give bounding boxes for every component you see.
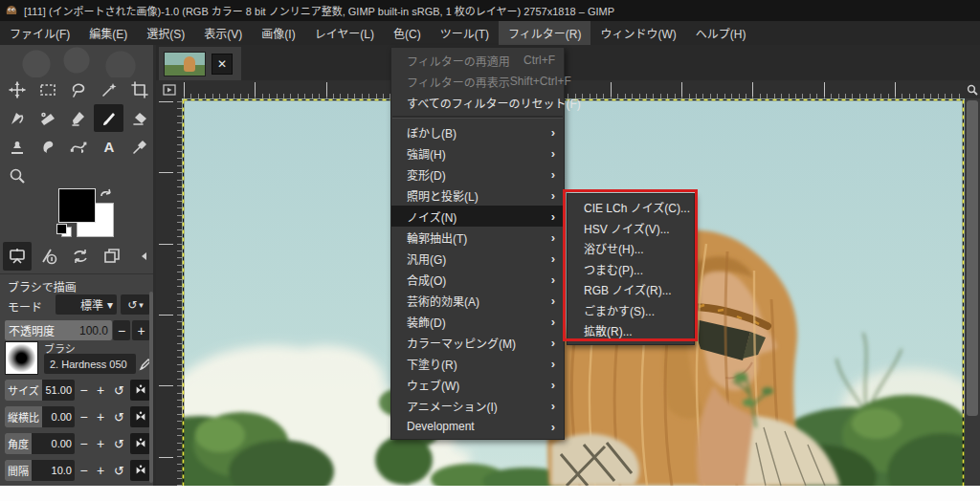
ruler-tick-label	[681, 82, 685, 97]
brush-select[interactable]: 2. Hardness 050	[44, 354, 136, 374]
brush-link-icon[interactable]	[130, 433, 150, 454]
decrement-button[interactable]: −	[77, 406, 91, 427]
tool-smudge[interactable]	[33, 133, 62, 161]
tool-gradient[interactable]	[33, 104, 62, 132]
menu-item[interactable]: 汎用(G) ›	[391, 248, 564, 269]
tool-color-picker[interactable]	[124, 133, 154, 161]
tab-device-status[interactable]	[34, 242, 63, 271]
reset-icon[interactable]: ↺	[111, 433, 127, 454]
menu-item[interactable]: ›	[392, 116, 563, 119]
menubar-item[interactable]: 画像(I)	[252, 21, 304, 45]
swap-colors-icon[interactable]	[99, 187, 114, 201]
spin-scale[interactable]: 間隔 10.0	[5, 460, 75, 481]
tool-paths[interactable]	[63, 133, 93, 161]
submenu-arrow-icon: ›	[551, 420, 555, 434]
increment-button[interactable]: +	[93, 433, 108, 454]
vertical-scrollbar[interactable]	[965, 98, 980, 486]
tab-undo-history[interactable]	[66, 242, 95, 271]
menu-item[interactable]: 装飾(D) ›	[391, 311, 564, 332]
mode-select[interactable]: 標準 ▾	[56, 294, 117, 315]
opacity-slider[interactable]: 不透明度 100.0	[5, 320, 112, 340]
tool-clone[interactable]	[2, 133, 32, 161]
menu-item[interactable]: 合成(O) ›	[391, 269, 564, 290]
menubar-item[interactable]: 色(C)	[384, 21, 431, 45]
reset-icon[interactable]: ↺	[111, 406, 127, 427]
spin-scale[interactable]: 角度 0.00	[5, 433, 75, 454]
opacity-increment-button[interactable]: +	[132, 320, 150, 340]
ruler-corner-button[interactable]	[156, 80, 182, 98]
reset-icon[interactable]: ↺	[111, 460, 127, 481]
close-icon[interactable]: ✕	[212, 54, 233, 75]
image-tab[interactable]: ✕	[159, 47, 241, 80]
menu-item[interactable]: すべてのフィルターのリセット(F) ›	[391, 92, 564, 113]
menu-item[interactable]: 強調(H) ›	[391, 142, 564, 163]
tool-free-select[interactable]	[63, 76, 93, 103]
submenu-arrow-icon: ›	[551, 230, 555, 245]
tool-crop[interactable]	[124, 76, 154, 103]
tool-eraser[interactable]	[124, 104, 154, 132]
reset-icon: ↺	[127, 298, 137, 312]
scrollbar-thumb[interactable]	[967, 100, 978, 416]
increment-button[interactable]: +	[93, 460, 108, 481]
menu-item[interactable]: ウェブ(W) ›	[391, 374, 564, 395]
ruler-tick-label	[255, 82, 258, 97]
menubar-item[interactable]: ファイル(F)	[0, 21, 79, 45]
menu-item[interactable]: カラーマッピング(M) ›	[391, 332, 564, 353]
tool-transform[interactable]	[2, 104, 32, 132]
menubar-item[interactable]: ヘルプ(H)	[686, 21, 756, 45]
reset-icon[interactable]: ↺	[111, 380, 127, 401]
brush-link-icon[interactable]	[130, 380, 150, 401]
tool-move[interactable]	[2, 76, 32, 103]
tool-zoom[interactable]	[2, 162, 32, 189]
spin-scale[interactable]: 縦横比 0.00	[5, 406, 75, 427]
chevron-down-icon: ▾	[107, 298, 113, 312]
tab-tool-options[interactable]	[3, 242, 32, 271]
mode-reset-button[interactable]: ↺ ▾	[121, 294, 150, 315]
tool-paintbrush[interactable]	[94, 104, 123, 132]
submenu-arrow-icon: ›	[551, 357, 555, 371]
increment-button[interactable]: +	[93, 406, 108, 427]
tab-images[interactable]	[98, 242, 126, 271]
menu-item[interactable]: フィルターの再表示 Shift+Ctrl+F ›	[391, 71, 564, 92]
chevron-left-icon	[140, 251, 149, 261]
menu-item[interactable]: 照明と投影(L) ›	[391, 185, 564, 206]
slider-row: サイズ 51.00 − + ↺	[0, 380, 153, 403]
menubar-item[interactable]: フィルター(R)	[499, 21, 590, 45]
menu-bar: ファイル(F)編集(E)選択(S)表示(V)画像(I)レイヤー(L)色(C)ツー…	[0, 21, 980, 45]
decrement-button[interactable]: −	[77, 380, 91, 401]
menubar-item[interactable]: ウィンドウ(W)	[590, 21, 685, 45]
decrement-button[interactable]: −	[77, 460, 91, 481]
foreground-color-swatch[interactable]	[58, 188, 96, 223]
tool-rectangle-select[interactable]	[33, 76, 62, 103]
ruler-tick-label	[326, 82, 330, 97]
dock-tab-menu-button[interactable]	[136, 245, 153, 268]
menubar-item[interactable]: 編集(E)	[79, 21, 137, 45]
menu-item[interactable]: 変形(D) ›	[391, 163, 564, 185]
ruler-tick-label	[159, 315, 173, 317]
brush-link-icon[interactable]	[130, 406, 150, 427]
increment-button[interactable]: +	[93, 380, 108, 401]
menu-item[interactable]: 芸術的効果(A) ›	[391, 290, 564, 311]
menubar-item[interactable]: 選択(S)	[137, 21, 194, 45]
default-colors-icon[interactable]	[56, 224, 72, 237]
menu-item[interactable]: アニメーション(I) ›	[391, 395, 564, 416]
brush-preview[interactable]	[5, 341, 38, 375]
opacity-decrement-button[interactable]: −	[113, 320, 130, 340]
menu-item[interactable]: 下塗り(R) ›	[391, 353, 564, 374]
menubar-item[interactable]: ツール(T)	[431, 21, 499, 45]
brush-link-icon[interactable]	[130, 460, 150, 481]
menu-item[interactable]: ぼかし(B) ›	[391, 121, 564, 142]
menu-item[interactable]: ノイズ(N) ›	[391, 206, 564, 227]
tool-ink[interactable]	[63, 104, 93, 132]
menu-item[interactable]: 輪郭抽出(T) ›	[391, 227, 564, 248]
vertical-ruler[interactable]	[156, 98, 182, 486]
zoom-navigation-icon[interactable]	[965, 80, 980, 98]
menu-item[interactable]: フィルターの再適用 Ctrl+F ›	[391, 50, 564, 71]
decrement-button[interactable]: −	[77, 433, 91, 454]
menubar-item[interactable]: 表示(V)	[194, 21, 252, 45]
menubar-item[interactable]: レイヤー(L)	[305, 21, 384, 45]
spin-scale[interactable]: サイズ 51.00	[5, 380, 75, 401]
menu-item[interactable]: Development ›	[391, 416, 564, 437]
tool-fuzzy-select[interactable]	[94, 76, 123, 103]
tool-text[interactable]: A	[94, 133, 123, 161]
